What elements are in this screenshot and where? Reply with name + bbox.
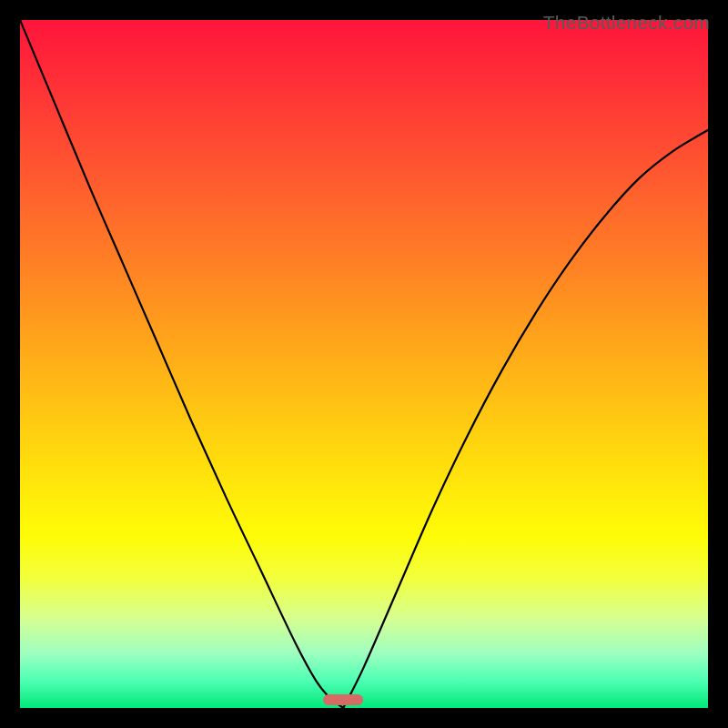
plot-area: [20, 20, 708, 708]
curve-left-branch: [20, 20, 343, 708]
curve-right-branch: [343, 130, 708, 708]
optimum-marker: [323, 694, 363, 705]
chart-frame: TheBottleneck.com: [0, 0, 728, 728]
bottleneck-curves: [20, 20, 708, 708]
watermark-text: TheBottleneck.com: [543, 12, 710, 34]
